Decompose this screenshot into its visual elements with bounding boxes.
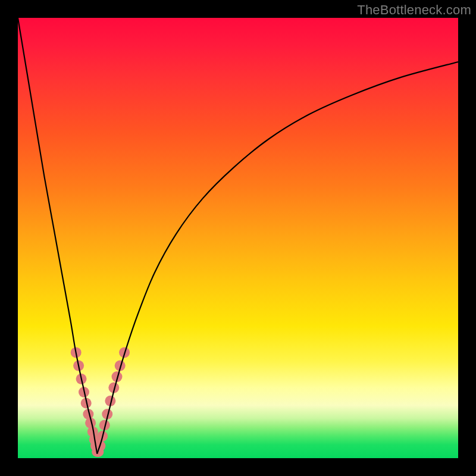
- chart-frame: TheBottleneck.com: [0, 0, 476, 476]
- plot-area: [18, 18, 458, 458]
- curve-layer: [18, 18, 458, 458]
- watermark-text: TheBottleneck.com: [357, 2, 471, 18]
- right-branch-curve: [97, 62, 458, 454]
